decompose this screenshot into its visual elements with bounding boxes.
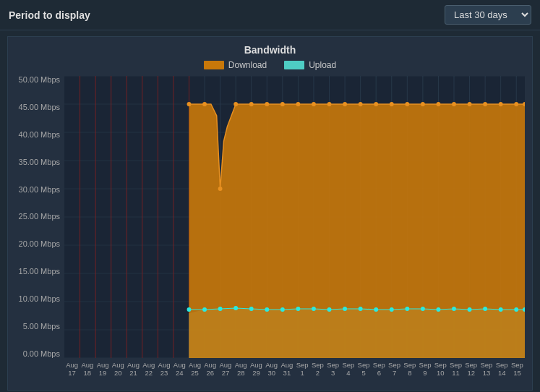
legend-download: Download bbox=[204, 60, 267, 70]
y-axis-label: 40.00 Mbps bbox=[19, 131, 60, 139]
period-select[interactable]: Last 7 days Last 30 days Last 90 days La… bbox=[445, 5, 531, 25]
svg-point-48 bbox=[265, 102, 269, 106]
svg-point-82 bbox=[437, 307, 441, 312]
svg-point-52 bbox=[327, 102, 332, 106]
svg-point-59 bbox=[437, 102, 441, 106]
x-axis-label: Sep9 bbox=[417, 361, 432, 378]
x-axis-label: Aug17 bbox=[64, 361, 80, 378]
svg-point-79 bbox=[390, 307, 394, 312]
legend-download-label: Download bbox=[228, 60, 267, 70]
x-axis-label: Aug18 bbox=[80, 361, 95, 378]
svg-point-56 bbox=[390, 102, 394, 106]
svg-point-54 bbox=[359, 102, 363, 106]
svg-point-51 bbox=[312, 102, 316, 106]
period-label: Period to display bbox=[9, 9, 90, 21]
svg-point-44 bbox=[202, 102, 207, 106]
x-axis-label: Sep11 bbox=[448, 361, 463, 378]
svg-point-72 bbox=[280, 307, 285, 312]
svg-point-50 bbox=[296, 102, 300, 106]
x-axis-label: Sep4 bbox=[340, 361, 356, 378]
x-axis-label: Aug22 bbox=[141, 361, 156, 378]
x-axis-label: Aug21 bbox=[126, 361, 141, 378]
header-bar: Period to display Last 7 days Last 30 da… bbox=[0, 0, 540, 30]
x-axis-label: Aug23 bbox=[156, 361, 171, 378]
svg-point-80 bbox=[405, 307, 409, 311]
x-axis-label: Aug30 bbox=[264, 361, 279, 378]
x-axis-label: Sep15 bbox=[510, 361, 525, 378]
legend-download-box bbox=[204, 61, 224, 69]
chart-container: Bandwidth Download Upload 50.00 Mbps45.0… bbox=[7, 36, 533, 391]
x-axis-label: Aug28 bbox=[233, 361, 249, 378]
y-axis-label: 20.00 Mbps bbox=[19, 240, 60, 248]
svg-point-66 bbox=[187, 307, 192, 312]
svg-point-71 bbox=[265, 307, 269, 312]
svg-point-49 bbox=[280, 102, 285, 106]
y-axis-label: 35.00 Mbps bbox=[19, 158, 60, 166]
x-axis-label: Sep6 bbox=[372, 361, 387, 378]
x-axis-label: Sep1 bbox=[295, 361, 310, 378]
svg-point-69 bbox=[233, 306, 238, 310]
y-axis-label: 30.00 Mbps bbox=[19, 186, 60, 194]
svg-point-61 bbox=[468, 102, 472, 106]
svg-point-57 bbox=[405, 102, 409, 106]
svg-point-55 bbox=[374, 102, 378, 106]
x-axis-label: Aug26 bbox=[202, 361, 218, 378]
svg-point-62 bbox=[483, 102, 487, 106]
x-axis-label: Aug27 bbox=[218, 361, 233, 378]
x-axis-label: Sep3 bbox=[325, 361, 340, 378]
legend-upload-box bbox=[284, 61, 304, 69]
x-axis-wrap: Aug17Aug18Aug19Aug20Aug21Aug22Aug23Aug24… bbox=[64, 358, 525, 378]
period-select-wrap[interactable]: Last 7 days Last 30 days Last 90 days La… bbox=[445, 5, 531, 25]
svg-point-75 bbox=[327, 307, 332, 312]
x-axis-label: Aug24 bbox=[172, 361, 187, 378]
svg-point-68 bbox=[218, 307, 223, 311]
y-axis-label: 5.00 Mbps bbox=[23, 323, 60, 331]
svg-point-76 bbox=[343, 307, 347, 311]
svg-point-53 bbox=[343, 102, 347, 106]
svg-point-63 bbox=[499, 102, 503, 106]
svg-point-87 bbox=[514, 307, 518, 312]
x-axis-label: Aug19 bbox=[95, 361, 110, 378]
svg-point-47 bbox=[249, 102, 254, 106]
legend: Download Upload bbox=[15, 60, 525, 70]
y-axis-label: 50.00 Mbps bbox=[19, 76, 60, 84]
svg-point-60 bbox=[452, 102, 456, 106]
x-axis-label: Sep8 bbox=[402, 361, 417, 378]
svg-point-74 bbox=[312, 307, 316, 311]
svg-point-85 bbox=[483, 307, 487, 311]
chart-area: 50.00 Mbps45.00 Mbps40.00 Mbps35.00 Mbps… bbox=[15, 76, 525, 358]
y-axis-label: 0.00 Mbps bbox=[23, 350, 60, 358]
svg-point-78 bbox=[374, 307, 378, 312]
plot-area bbox=[64, 76, 525, 358]
svg-marker-42 bbox=[189, 104, 525, 358]
svg-point-58 bbox=[421, 102, 425, 106]
svg-point-83 bbox=[452, 307, 456, 311]
x-axis-label: Sep12 bbox=[463, 361, 479, 378]
x-axis: Aug17Aug18Aug19Aug20Aug21Aug22Aug23Aug24… bbox=[64, 358, 525, 378]
svg-point-46 bbox=[233, 102, 238, 106]
legend-upload: Upload bbox=[284, 60, 336, 70]
y-axis-label: 10.00 Mbps bbox=[19, 295, 60, 303]
svg-point-84 bbox=[468, 307, 472, 312]
chart-title: Bandwidth bbox=[15, 44, 525, 56]
x-axis-label: Aug20 bbox=[111, 361, 126, 378]
x-axis-label: Sep14 bbox=[494, 361, 510, 378]
svg-point-67 bbox=[202, 307, 207, 312]
x-axis-label: Sep2 bbox=[310, 361, 325, 378]
x-axis-label: Aug25 bbox=[187, 361, 202, 378]
y-axis: 50.00 Mbps45.00 Mbps40.00 Mbps35.00 Mbps… bbox=[15, 76, 64, 358]
x-axis-label: Aug31 bbox=[279, 361, 294, 378]
svg-point-43 bbox=[187, 102, 192, 106]
svg-point-81 bbox=[421, 307, 425, 311]
y-axis-label: 25.00 Mbps bbox=[19, 213, 60, 221]
svg-point-77 bbox=[359, 307, 363, 311]
legend-upload-label: Upload bbox=[309, 60, 336, 70]
x-axis-label: Sep10 bbox=[433, 361, 448, 378]
x-axis-label: Sep5 bbox=[356, 361, 371, 378]
y-axis-label: 15.00 Mbps bbox=[19, 268, 60, 276]
x-axis-label: Sep7 bbox=[387, 361, 402, 378]
x-axis-label: Sep13 bbox=[479, 361, 494, 378]
y-axis-label: 45.00 Mbps bbox=[19, 103, 60, 111]
svg-point-64 bbox=[514, 102, 518, 106]
svg-point-70 bbox=[249, 307, 254, 311]
